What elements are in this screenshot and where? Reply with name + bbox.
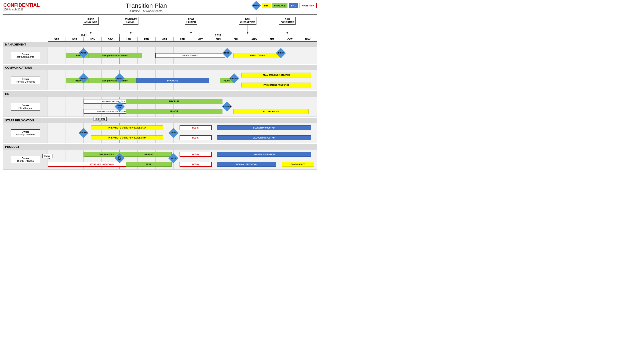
owner-label-hr: Owner	[14, 104, 38, 107]
ws-name-staff-reloc: STAFF RELOCATION	[5, 119, 34, 122]
month-nov1: NOV	[84, 37, 102, 41]
ws-body-comms: Owner Pernilla Cornelius PREP LAUNCH	[3, 70, 317, 90]
ws-body-hr: Owner Effi Mitingast PREPARE RECRUITERS …	[3, 97, 317, 117]
owner-label-comms: Owner	[14, 78, 38, 80]
ws-gantt-management: PREP LAUNCH Design Phase 2 Comms MOVE TO…	[48, 47, 317, 64]
month-may: MAY	[191, 37, 209, 41]
workstream-hr: HR Owner Effi Mitingast PREPARE RECRUITE…	[3, 91, 317, 117]
callout-edge: Edge	[43, 154, 53, 158]
month-sep2: SEP	[263, 37, 281, 41]
ws-body-staff-reloc: Owner Santiago Gatstata Telecoms	[3, 123, 317, 143]
bar-prepare-premises-a: PREPARE TO MOVE TO PREMISES "A"	[91, 126, 163, 130]
bar-move-to-bau-mgmt: MOVE TO BAU	[155, 53, 225, 58]
ws-name-management: MANAGEMENT	[5, 43, 26, 46]
owner-label-product: Owner	[14, 157, 38, 160]
ws-name-comms: COMMUNICATIONS	[5, 66, 32, 69]
bar-team-building: TEAM BUILDING ACTIVITIES	[241, 72, 311, 78]
legend-inplace: IN PLACE	[272, 3, 288, 8]
month-feb: FEB	[138, 37, 155, 41]
bar-design-phase-mgmt: Design Phase 2 Comms	[88, 53, 142, 58]
ws-header-comms: COMMUNICATIONS	[3, 65, 317, 70]
workstream-product: PRODUCT Owner Rumbi Effinago Edge	[3, 144, 317, 170]
bar-deliver-projn: DELIVER PROJECT "N"	[217, 136, 311, 140]
timeline-area: FIRSTANNOUNCE STAFF DEVLAUNCH EDGELAUNCH…	[3, 17, 317, 170]
bar-normal-op-top: NORMAL OPERATION	[217, 152, 311, 157]
diamond-comms-reloc: COMMS	[79, 128, 89, 138]
bar-recruit: RECRUIT	[126, 99, 223, 104]
month-oct2: OCT	[281, 37, 299, 41]
owner-name-product: Rumbi Effinago	[14, 160, 38, 162]
owner-label: Owner	[14, 53, 38, 56]
milestones-row: FIRSTANNOUNCE STAFF DEVLAUNCH EDGELAUNCH…	[48, 17, 317, 34]
month-jan: JAN	[120, 37, 138, 41]
workstream-communications: COMMUNICATIONS Owner Pernilla Cornelius …	[3, 65, 317, 90]
legend-bau: BAU	[289, 3, 298, 8]
month-nov2: NOV	[299, 37, 317, 41]
month-sep1: SEP	[48, 37, 66, 41]
page: CONFIDENTIAL 25th March 2021 Transition …	[0, 0, 320, 173]
month-jun: JUN	[209, 37, 227, 41]
milestone-edge-launch: EDGELAUNCH	[185, 17, 197, 34]
bar-bed-in-bottom: BED-IN	[179, 136, 212, 140]
legend: Marker TBC IN PLACE BAU HIGH RISK	[253, 2, 317, 9]
page-subtitle: Subtitle – 5 Workstreams	[126, 9, 167, 13]
diamond-move-reloc: MOVE	[168, 128, 178, 138]
owner-box-management: Owner Jeff Sacramento	[11, 52, 40, 59]
month-jul: JUL	[227, 37, 245, 41]
bar-bed-in-bottom-product: BED-IN	[179, 162, 212, 167]
owner-box-product: Owner Rumbi Effinago	[11, 156, 40, 163]
owner-name-comms: Pernilla Cornelius	[14, 80, 38, 83]
year-2022: 2022	[120, 34, 317, 37]
ws-header-product: PRODUCT	[3, 144, 317, 150]
month-mar: MAR	[155, 37, 173, 41]
ws-gantt-staff-reloc: Telecoms COMMS PREPARE TO MOVE TO PREMIS…	[48, 123, 317, 143]
bar-final-tasks-mgmt: FINAL TASKS	[233, 53, 282, 58]
header: CONFIDENTIAL 25th March 2021 Transition …	[3, 2, 317, 15]
ws-body-product: Owner Rumbi Effinago Edge DRY RUN PREP	[3, 150, 317, 170]
ws-body-management: Owner Jeff Sacramento PREP LAUNCH	[3, 47, 317, 64]
ws-owner-product: Owner Rumbi Effinago	[3, 150, 48, 169]
milestone-bau-checkpoint: BAUCHECKPOINT	[239, 17, 257, 34]
ws-name-hr: HR	[5, 92, 9, 96]
bar-deliver-proj2: DELIVER PROJECT "2"	[217, 126, 311, 130]
workstream-staff-relocation: STAFF RELOCATION Owner Santiago Gatstata…	[3, 118, 317, 143]
milestone-bau-confirmed: BAUCONFIRMED	[279, 17, 296, 34]
ws-gantt-comms: PREP LAUNCH Design Phase 2 Comms LAUNCH …	[48, 70, 317, 90]
legend-highrisk: HIGH RISK	[300, 3, 317, 8]
callout-telecoms: Telecoms	[94, 117, 107, 121]
month-dec: DEC	[102, 37, 120, 41]
ws-gantt-hr: PREPARE RECRUITERS PREPARE AGENCY FOR SU…	[48, 97, 317, 116]
legend-tbc: TBC	[262, 3, 271, 8]
month-header-row: SEP OCT NOV DEC JAN FEB MAR APR MAY JUN …	[48, 37, 317, 42]
milestone-box: BAUCONFIRMED	[279, 17, 296, 25]
milestone-box: EDGELAUNCH	[185, 17, 197, 25]
owner-name-hr: Effi Mitingast	[14, 107, 38, 110]
milestone-box: STAFF DEVLAUNCH	[123, 17, 138, 25]
ws-owner-staff-reloc: Owner Santiago Gatstata	[3, 123, 48, 143]
year-header-row: 2021 2022	[48, 34, 317, 37]
bar-improve: IMPROVE	[126, 152, 171, 157]
year-2021: 2021	[48, 34, 120, 37]
month-oct1: OCT	[66, 37, 84, 41]
owner-name-management: Jeff Sacramento	[14, 56, 38, 58]
ws-gantt-product: Edge DRY RUN PREP SETUP NEW LOCATIONS DR…	[48, 150, 317, 169]
owner-box-comms: Owner Pernilla Cornelius	[11, 76, 40, 84]
workstream-management: MANAGEMENT Owner Jeff Sacramento	[3, 42, 317, 64]
ws-name-product: PRODUCT	[5, 145, 19, 148]
diamond-launch-hr: LAUNCH	[222, 102, 232, 112]
header-center: Transition Plan Subtitle – 5 Workstreams	[126, 2, 167, 13]
month-aug: AUG	[245, 37, 263, 41]
ws-header-staff-reloc: STAFF RELOCATION	[3, 118, 317, 123]
milestone-box: BAUCHECKPOINT	[239, 17, 257, 25]
page-title: Transition Plan	[126, 2, 167, 9]
ws-header-management: MANAGEMENT	[3, 42, 317, 47]
bar-promote-comms: PROMOTE	[136, 78, 209, 83]
owner-box-staff-reloc: Owner Santiago Gatstata	[11, 130, 40, 137]
ws-header-hr: HR	[3, 91, 317, 97]
confidential-label: CONFIDENTIAL	[3, 2, 40, 8]
bar-bed-in-top-product: BED-IN	[179, 152, 212, 157]
date-label: 25th March 2021	[3, 8, 40, 11]
bar-place: PLACE	[126, 109, 223, 114]
ws-owner-comms: Owner Pernilla Cornelius	[3, 70, 48, 90]
bar-fill-vacancies: FILL VACANCIES	[233, 109, 309, 114]
